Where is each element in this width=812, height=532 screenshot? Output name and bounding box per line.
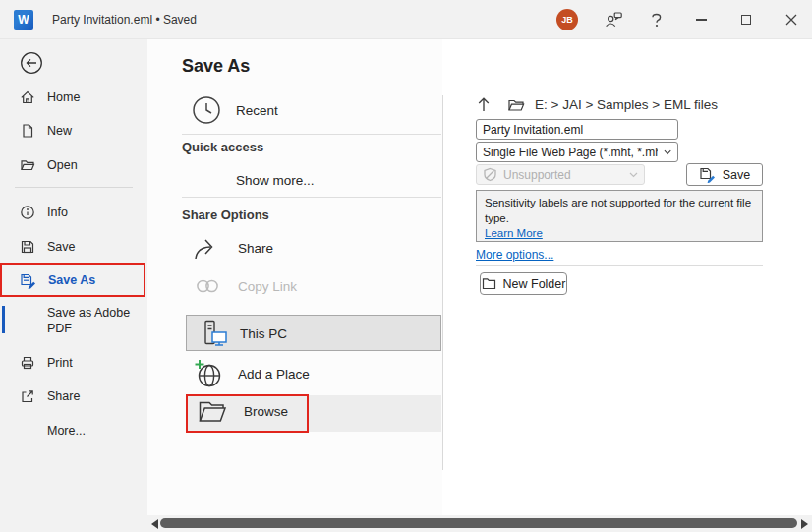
sensitivity-message-box: Sensitivity labels are not supported for…: [476, 190, 763, 242]
horizontal-scrollbar[interactable]: [147, 515, 812, 532]
sidebar-item-home[interactable]: Home: [0, 81, 147, 114]
place-item-label: This PC: [240, 326, 287, 341]
place-item-this-pc: This PC: [199, 318, 287, 349]
help-icon: [651, 13, 663, 28]
place-item-recent[interactable]: Recent: [191, 94, 278, 126]
sensitivity-dropdown-disabled: Unsupported: [476, 164, 645, 185]
folder-icon: [507, 97, 525, 113]
back-button[interactable]: [0, 46, 147, 80]
arrow-left-icon: [20, 51, 43, 75]
sidebar-divider: [15, 187, 133, 188]
show-more-link[interactable]: Show more...: [236, 173, 315, 188]
close-button[interactable]: [776, 0, 807, 39]
minimize-icon: [696, 19, 707, 20]
feedback-button[interactable]: [598, 0, 629, 39]
filetype-dropdown[interactable]: Single File Web Page (*.mht, *.mht...: [476, 142, 678, 162]
place-item-this-pc-selected[interactable]: This PC: [186, 315, 441, 351]
share-icon: [20, 388, 35, 404]
copy-link-icon: [193, 273, 222, 299]
minimize-button[interactable]: [685, 0, 717, 39]
filetype-value: Single File Web Page (*.mht, *.mht...: [483, 146, 658, 159]
annotation-box-save-as: [0, 263, 145, 297]
new-document-icon: [20, 123, 35, 139]
feedback-icon: [605, 11, 623, 29]
sidebar-item-open[interactable]: Open: [0, 148, 147, 182]
file-save-panel: E: > JAI > Samples > EML files Single Fi…: [443, 39, 812, 515]
info-icon: [20, 205, 35, 220]
save-icon: [20, 239, 35, 255]
add-place-globe-icon: [193, 358, 224, 389]
sidebar-item-label: Share: [47, 389, 80, 403]
save-button-icon: [699, 166, 716, 183]
home-icon: [20, 89, 35, 105]
chevron-down-icon: [629, 172, 638, 178]
share-option-copy-link: Copy Link: [193, 273, 297, 299]
sidebar-item-more[interactable]: More...: [0, 414, 147, 447]
section-share-options: Share Options: [182, 207, 269, 222]
form-divider: [476, 265, 763, 266]
backstage-sidebar: Home New Open: [0, 39, 147, 532]
sidebar-item-label: Print: [47, 356, 73, 370]
sidebar-item-label: Info: [47, 206, 68, 219]
sidebar-item-new[interactable]: New: [0, 114, 147, 148]
sidebar-item-label: Save: [47, 240, 76, 254]
maximize-icon: [741, 15, 751, 25]
sidebar-item-label: New: [47, 124, 72, 138]
scrollbar-thumb[interactable]: [160, 518, 797, 528]
annotation-box-browse: [186, 394, 309, 433]
learn-more-link[interactable]: Learn More: [485, 227, 543, 239]
place-item-add-a-place[interactable]: Add a Place: [193, 358, 310, 389]
place-item-label: Recent: [236, 103, 278, 118]
maximize-button[interactable]: [730, 0, 762, 39]
sensitivity-value: Unsupported: [503, 168, 623, 182]
word-logo-letter: W: [18, 13, 29, 27]
close-icon: [785, 14, 797, 26]
show-more-label: Show more...: [236, 173, 315, 188]
sensitivity-icon: [483, 167, 497, 182]
document-title: Party Invitation.eml • Saved: [52, 0, 197, 39]
scroll-left-arrow[interactable]: [151, 519, 158, 529]
panel-divider: [182, 134, 441, 135]
page-title: Save As: [182, 56, 250, 77]
sensitivity-message-text: Sensitivity labels are not supported for…: [485, 197, 751, 224]
new-folder-button[interactable]: New Folder: [480, 272, 567, 295]
clock-icon: [191, 94, 222, 126]
avatar[interactable]: JB: [556, 9, 578, 30]
sidebar-item-info[interactable]: Info: [0, 196, 147, 229]
open-folder-icon: [20, 157, 35, 173]
filename-input[interactable]: [476, 119, 678, 140]
breadcrumb[interactable]: E: > JAI > Samples > EML files: [535, 97, 718, 112]
breadcrumb-row: E: > JAI > Samples > EML files: [476, 96, 718, 113]
sidebar-item-share[interactable]: Share: [0, 380, 147, 413]
sidebar-item-label: Save as Adobe PDF: [47, 306, 132, 336]
print-icon: [20, 355, 35, 371]
more-options-link[interactable]: More options...: [476, 248, 553, 262]
save-button-label: Save: [723, 168, 751, 182]
titlebar: W Party Invitation.eml • Saved JB: [0, 0, 812, 39]
sidebar-item-print[interactable]: Print: [0, 346, 147, 380]
up-arrow-icon[interactable]: [476, 96, 492, 113]
share-option-label: Copy Link: [238, 279, 297, 294]
share-arrow-icon: [193, 234, 222, 262]
chevron-down-icon: [664, 149, 671, 155]
word-logo-icon: W: [14, 10, 33, 30]
help-button[interactable]: [641, 0, 672, 39]
sidebar-item-label: Open: [47, 158, 78, 172]
new-folder-label: New Folder: [503, 277, 566, 291]
section-quick-access: Quick access: [182, 140, 263, 154]
share-option-share[interactable]: Share: [193, 234, 273, 262]
share-option-label: Share: [238, 241, 273, 256]
place-item-label: Add a Place: [238, 367, 310, 382]
this-pc-icon: [199, 318, 230, 349]
new-folder-icon: [482, 277, 496, 290]
sidebar-item-label: Home: [47, 90, 80, 104]
save-button[interactable]: Save: [686, 163, 763, 186]
panel-divider: [182, 197, 441, 198]
sidebar-item-save-as-adobe-pdf[interactable]: Save as Adobe PDF: [0, 301, 147, 344]
sidebar-item-label: More...: [47, 424, 86, 438]
sidebar-item-save[interactable]: Save: [0, 230, 147, 264]
save-as-panel: Save As Recent Quick access Show more...…: [147, 39, 442, 515]
scroll-right-arrow[interactable]: [801, 519, 808, 529]
word-backstage-window: W Party Invitation.eml • Saved JB: [0, 0, 812, 532]
